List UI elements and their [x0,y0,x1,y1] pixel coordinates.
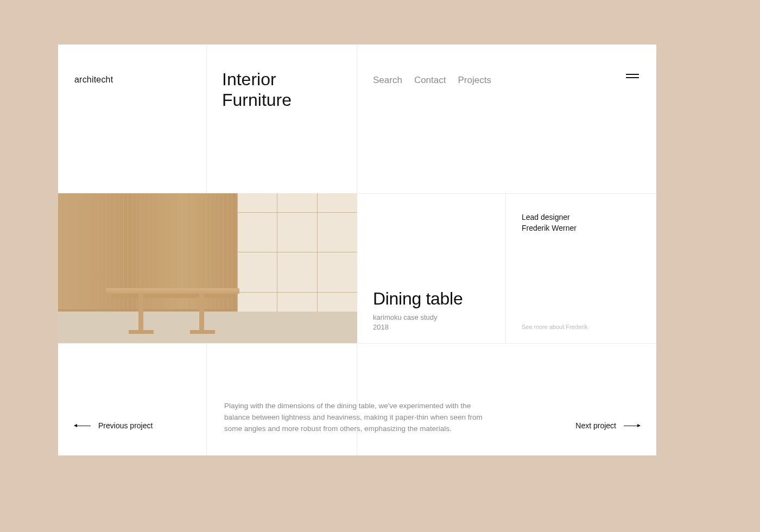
top-nav: Search Contact Projects [373,75,491,86]
next-project-button[interactable]: Next project [575,421,640,430]
next-project-label: Next project [575,421,616,430]
nav-projects[interactable]: Projects [458,75,491,86]
grid-line [58,343,656,344]
hamburger-menu-icon[interactable] [626,74,639,79]
prev-project-label: Previous project [98,421,153,430]
page-card: architecht Interior Furniture Search Con… [58,45,656,455]
designer-label: Lead designer [522,213,570,221]
page-title-line2: Furniture [222,90,292,110]
product-description: Playing with the dimensions of the dinin… [224,401,488,435]
page-title-line1: Interior [222,69,276,89]
brand-logo[interactable]: architecht [74,75,113,85]
prev-project-button[interactable]: Previous project [74,421,153,430]
page-title: Interior Furniture [222,69,292,111]
product-subtitle-line2: 2018 [373,323,389,331]
product-info: Dining table karimoku case study 2018 [373,193,505,343]
arrow-right-icon [624,426,640,426]
product-subtitle-line1: karimoku case study [373,313,438,321]
product-hero-image [58,193,357,343]
designer-more-link[interactable]: See more about Frederik [522,324,588,330]
nav-search[interactable]: Search [373,75,402,86]
nav-contact[interactable]: Contact [414,75,446,86]
grid-line [505,193,506,343]
product-title: Dining table [373,289,463,309]
product-subtitle: karimoku case study 2018 [373,313,438,332]
designer-info: Lead designer Frederik Werner See more a… [522,193,656,343]
arrow-left-icon [74,426,91,426]
designer-name: Frederik Werner [522,224,577,232]
